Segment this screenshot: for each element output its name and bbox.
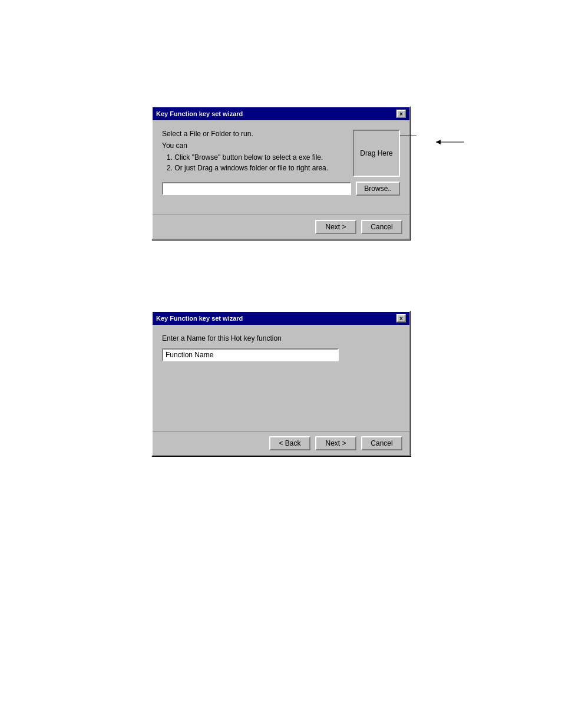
dialog2-close-button[interactable]: × [396, 314, 406, 322]
file-input-row: Browse.. [162, 182, 400, 196]
arrow-pointer [434, 139, 434, 139]
enter-name-label: Enter a Name for this Hot key function [162, 334, 400, 342]
dialog1-body: Drag Here Select a File or Folder to run… [153, 120, 409, 215]
file-path-input[interactable] [162, 182, 351, 195]
back-label: < Back [279, 439, 300, 447]
drag-here-label: Drag Here [360, 149, 392, 157]
dialog1-footer: Next > Cancel [153, 215, 409, 239]
dialog2-wrapper: Key Function key set wizard × Enter a Na… [151, 311, 411, 456]
dialog1-wrapper: Key Function key set wizard × Drag Here [151, 106, 411, 240]
drag-here-area[interactable]: Drag Here [353, 130, 400, 177]
cancel-label: Cancel [371, 439, 392, 447]
dialog1-next-button[interactable]: Next > [315, 220, 356, 234]
next-label: Next > [325, 439, 346, 447]
dialog2-footer: < Back Next > Cancel [153, 431, 409, 455]
dialog1-close-button[interactable]: × [396, 110, 406, 118]
drag-area-container: Drag Here [346, 130, 400, 182]
browse-button[interactable]: Browse.. [356, 182, 400, 196]
dialog1-title: Key Function key set wizard [156, 110, 243, 117]
dialog1-cancel-button[interactable]: Cancel [361, 220, 402, 234]
dialog2-next-button[interactable]: Next > [315, 436, 356, 450]
dialog2-back-button[interactable]: < Back [269, 436, 310, 450]
svg-marker-1 [436, 140, 441, 144]
dialog1-titlebar: Key Function key set wizard × [153, 107, 409, 120]
dialog2: Key Function key set wizard × Enter a Na… [151, 311, 411, 456]
dialog1: Key Function key set wizard × Drag Here [151, 106, 411, 240]
dialog2-title: Key Function key set wizard [156, 315, 243, 322]
dialog2-cancel-button[interactable]: Cancel [361, 436, 402, 450]
function-name-input[interactable] [162, 348, 339, 361]
dialog2-titlebar: Key Function key set wizard × [153, 312, 409, 325]
dialog2-body: Enter a Name for this Hot key function [153, 325, 409, 431]
